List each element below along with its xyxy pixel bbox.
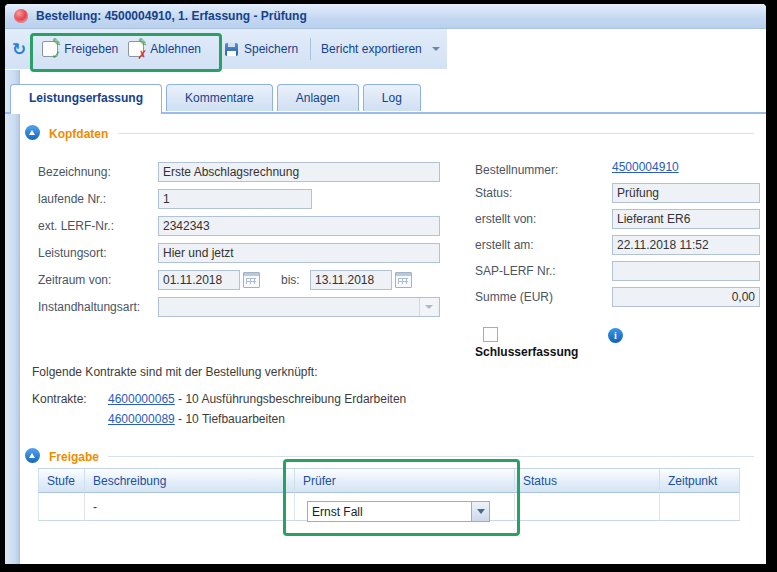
ablehnen-button[interactable]: ✎✗ Ablehnen [124,39,205,59]
column-header-stufe: Stufe [38,468,85,493]
leistungsort-label: Leistungsort: [38,246,107,260]
application-window: Bestellung: 4500004910, 1. Erfassung - P… [5,4,766,564]
kontrakt-desc-1: - 10 Ausführungsbeschreibung Erdarbeiten [178,392,406,406]
sap-lerf-nr-field[interactable] [612,261,760,281]
bestellnummer-label: Bestellnummer: [475,163,558,177]
erstellt-von-field[interactable] [612,209,760,229]
calendar-icon-bis[interactable] [395,272,412,288]
sap-lerf-nr-label: SAP-LERF Nr.: [475,264,556,278]
chevron-down-icon [432,47,440,51]
instandhaltungsart-dropdown-arrow-icon [419,298,437,316]
laufende-nr-label: laufende Nr.: [38,192,106,206]
cell-status [515,493,660,521]
kopfdaten-section-title: Kopfdaten [49,127,108,141]
window-app-icon [14,9,28,23]
erstellt-von-label: erstellt von: [475,212,536,226]
title-bar: Bestellung: 4500004910, 1. Erfassung - P… [5,4,766,29]
schlusserfassung-label: Schlusserfassung [475,345,578,359]
instandhaltungsart-label: Instandhaltungsart: [38,300,140,314]
kontrakte-label: Kontrakte: [32,392,87,406]
save-icon [225,43,238,56]
erstellt-am-field[interactable] [612,235,760,255]
speichern-label: Speichern [244,42,298,56]
column-header-zeitpunkt: Zeitpunkt [660,468,740,493]
laufende-nr-field[interactable] [158,189,312,209]
bezeichnung-field[interactable] [158,162,440,182]
status-label: Status: [475,186,512,200]
freigeben-button[interactable]: ✎✓ Freigeben [38,39,122,59]
freigabe-section-line [108,456,754,457]
status-field[interactable] [612,183,760,203]
summe-eur-field[interactable] [612,287,760,307]
window-title: Bestellung: 4500004910, 1. Erfassung - P… [36,9,307,23]
column-header-status: Status [515,468,660,493]
kopfdaten-collapse-icon[interactable] [25,125,40,140]
chevron-down-icon [477,509,485,514]
ablehnen-label: Ablehnen [150,42,201,56]
bis-label: bis: [281,273,300,287]
column-header-beschreibung: Beschreibung [85,468,295,493]
leistungsort-field[interactable] [158,243,440,263]
speichern-button[interactable]: Speichern [221,40,302,58]
toolbar: ↻ ✎✓ Freigeben ✎✗ Ablehnen Speichern Ber… [5,29,447,69]
bezeichnung-label: Bezeichnung: [38,165,111,179]
bestellnummer-link[interactable]: 4500004910 [612,160,679,174]
toolbar-separator [310,38,311,60]
info-icon[interactable]: i [608,328,623,343]
tab-strip: Leistungserfassung Kommentare Anlagen Lo… [10,84,421,113]
kontrakt-line-2: 4600000089 - 10 Tiefbauarbeiten [108,412,285,426]
ext-lerf-nr-field[interactable] [158,216,440,236]
pruefer-combobox[interactable]: Ernst Fall [307,501,490,522]
tab-leistungserfassung[interactable]: Leistungserfassung [10,84,162,114]
kontrakt-link-1[interactable]: 4600000065 [108,392,175,406]
freigabe-section-title: Freigabe [49,450,99,464]
kontrakt-desc-2: - 10 Tiefbauarbeiten [178,412,285,426]
calendar-icon-von[interactable] [243,272,260,288]
kontrakt-line-1: 4600000065 - 10 Ausführungsbeschreibung … [108,392,406,406]
bericht-exportieren-button[interactable]: Bericht exportieren [317,40,444,58]
freigeben-label: Freigeben [64,42,118,56]
zeitraum-von-label: Zeitraum von: [38,273,111,287]
instandhaltungsart-field [158,297,440,317]
approve-icon: ✎✓ [42,41,58,57]
freigabe-collapse-icon[interactable] [25,448,40,463]
instandhaltungsart-dropdown[interactable] [158,297,438,317]
bericht-exportieren-label: Bericht exportieren [321,42,422,56]
zeitraum-von-field[interactable] [158,270,240,290]
pruefer-selected-value: Ernst Fall [308,505,471,519]
cell-zeitpunkt [660,493,740,521]
zeitraum-bis-field[interactable] [310,270,392,290]
tab-kommentare[interactable]: Kommentare [166,84,273,111]
kopfdaten-section-line [118,133,754,134]
tab-log[interactable]: Log [363,84,421,111]
erstellt-am-label: erstellt am: [475,238,534,252]
freigabe-header-row: Stufe Beschreibung Prüfer Status Zeitpun… [38,468,740,493]
left-panel-strip [5,70,20,564]
screenshot-stage: Bestellung: 4500004910, 1. Erfassung - P… [0,0,777,572]
cell-stufe [38,493,85,521]
ext-lerf-nr-label: ext. LERF-Nr.: [38,219,114,233]
kontrakte-intro-text: Folgende Kontrakte sind mit der Bestellu… [32,365,318,379]
kontrakt-link-2[interactable]: 4600000089 [108,412,175,426]
tab-anlagen[interactable]: Anlagen [277,84,359,111]
cell-beschreibung: - [85,493,295,521]
column-header-pruefer: Prüfer [295,468,515,493]
reject-icon: ✎✗ [128,41,144,57]
refresh-icon[interactable]: ↻ [12,41,26,58]
pruefer-dropdown-button[interactable] [471,502,489,521]
schlusserfassung-checkbox[interactable] [483,327,498,342]
summe-eur-label: Summe (EUR) [475,290,553,304]
